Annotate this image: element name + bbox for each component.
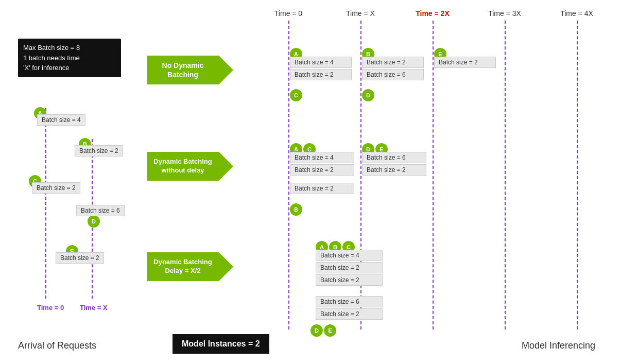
time-4x-label: Time = 4X	[541, 9, 613, 18]
vline-2x	[433, 21, 434, 330]
scenario3-box-de: Batch size = 6 Batch size = 2	[316, 296, 383, 320]
arrival-of-requests-label: Arrival of Requests	[18, 340, 96, 351]
s1-batch-a1: Batch size = 4	[290, 57, 352, 68]
scenario1-box-e: Batch size = 2	[434, 57, 496, 68]
batch-box-b: Batch size = 2	[75, 145, 123, 157]
scenario2-box-ac: Batch size = 4 Batch size = 2	[290, 152, 354, 176]
model-inferencing-label: Model Inferencing	[522, 340, 595, 351]
s3-batch-abc1: Batch size = 4	[316, 250, 383, 261]
s3-batch-de2: Batch size = 2	[316, 308, 383, 320]
circle-e-s3: E	[324, 324, 336, 337]
scenario2-box-b: Batch size = 2	[290, 183, 354, 194]
arrival-batch-d: Batch size = 6	[76, 205, 125, 216]
arrow-dynamic-no-delay: Dynamic Batchingwithout delay	[147, 152, 219, 181]
time-x-label: Time = X	[324, 9, 396, 18]
vline-0	[288, 21, 289, 330]
s2-batch-ac1: Batch size = 4	[290, 152, 354, 163]
s2-batch-de1: Batch size = 6	[362, 152, 426, 163]
info-box: Max Batch size = 8 1 batch needs time 'X…	[18, 39, 121, 77]
s1-batch-e1: Batch size = 2	[434, 57, 496, 68]
time-3x-label: Time = 3X	[469, 9, 541, 18]
s1-batch-a2: Batch size = 2	[290, 69, 352, 80]
scenario1-circle-d: D	[362, 89, 374, 101]
arrival-batch-c: Batch size = 2	[32, 182, 80, 194]
arrival-time-x: Time = X	[80, 304, 108, 311]
circle-d-arrival: D	[88, 215, 100, 228]
arrival-vline-0	[45, 108, 46, 299]
circle-d-s3: D	[310, 324, 323, 337]
scenario1-box-b: Batch size = 2 Batch size = 6	[362, 57, 424, 80]
scenario3-circles-de: D E	[310, 324, 336, 337]
scenario2-circle-b: B	[290, 203, 302, 216]
time-2x-label: Time = 2X	[396, 9, 469, 18]
s2-batch-b1: Batch size = 2	[290, 183, 354, 194]
batch-box-e: Batch size = 2	[56, 252, 104, 264]
s2-batch-de2: Batch size = 2	[362, 164, 426, 176]
arrow-no-dynamic: No DynamicBatching	[147, 56, 219, 84]
arrival-item-d: D	[88, 215, 100, 228]
batch-box-d: Batch size = 6	[76, 205, 125, 216]
s2-batch-ac2: Batch size = 2	[290, 164, 354, 176]
s3-batch-abc2: Batch size = 2	[316, 262, 383, 273]
time-headers: Time = 0 Time = X Time = 2X Time = 3X Ti…	[252, 9, 613, 18]
vline-3x	[505, 21, 506, 330]
s1-batch-b1: Batch size = 2	[362, 57, 424, 68]
circle-c-s1: C	[290, 89, 302, 101]
scenario1-circle-c: C	[290, 89, 302, 101]
arrival-batch-e: Batch size = 2	[56, 252, 104, 264]
time-0-label: Time = 0	[252, 9, 324, 18]
arrow-dynamic-delay: Dynamic BatchingDelay = X/2	[147, 252, 219, 281]
s3-batch-de1: Batch size = 6	[316, 296, 383, 307]
batch-box-a: Batch size = 4	[37, 114, 85, 126]
s1-batch-b2: Batch size = 6	[362, 69, 424, 80]
circle-d-s1: D	[362, 89, 374, 101]
scenario1-box-a: Batch size = 4 Batch size = 2	[290, 57, 352, 80]
arrival-batch-b: Batch size = 2	[75, 145, 123, 157]
scenario3-box-abc: Batch size = 4 Batch size = 2 Batch size…	[316, 250, 383, 286]
circle-b-s2: B	[290, 203, 302, 216]
vline-4x	[577, 21, 578, 330]
arrival-time-0: Time = 0	[37, 304, 64, 311]
s3-batch-abc3: Batch size = 2	[316, 274, 383, 286]
arrival-batch-a: Batch size = 4	[37, 114, 85, 126]
scenario2-box-de: Batch size = 6 Batch size = 2	[362, 152, 426, 176]
model-instances-box: Model Instances = 2	[173, 334, 269, 354]
batch-box-c: Batch size = 2	[32, 182, 80, 194]
